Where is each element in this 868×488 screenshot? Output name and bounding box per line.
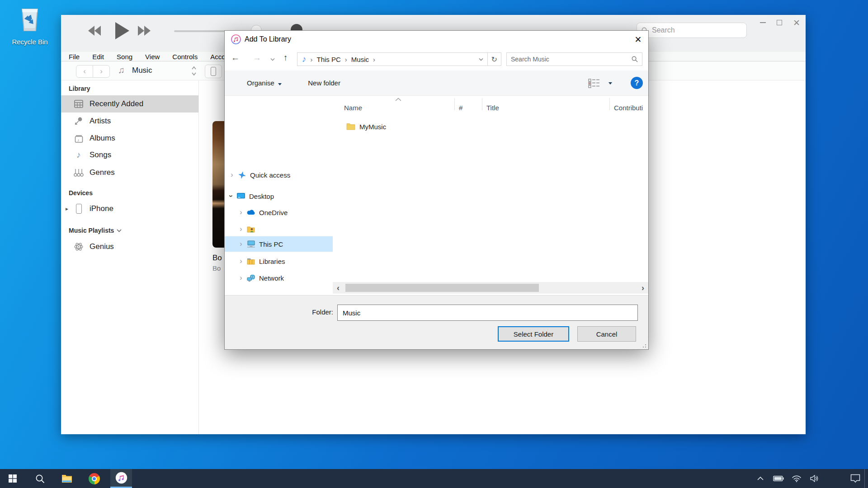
sidebar-item-songs[interactable]: ♪ Songs <box>61 146 198 164</box>
folder-name-input[interactable] <box>337 305 638 321</box>
this-pc-icon <box>246 240 255 248</box>
hidden-icons-chevron[interactable] <box>751 469 769 488</box>
nav-up-icon[interactable]: ↑ <box>283 53 288 63</box>
sidebar-item-artists[interactable]: Artists <box>61 113 198 130</box>
breadcrumb-music[interactable]: Music <box>351 56 369 63</box>
itunes-search-box[interactable] <box>637 23 747 38</box>
music-playlists-section-header[interactable]: Music Playlists <box>69 226 122 235</box>
file-explorer-icon <box>61 474 72 483</box>
minimize-button[interactable] <box>760 22 766 23</box>
address-dropdown-icon[interactable] <box>479 58 483 61</box>
menu-song[interactable]: Song <box>117 53 132 61</box>
tree-item-user-folder[interactable]: › <box>225 221 333 237</box>
file-row-mymusic[interactable]: MyMusic <box>333 119 648 134</box>
search-input[interactable] <box>652 26 733 34</box>
itunes-logo-icon <box>231 34 241 44</box>
dialog-titlebar[interactable]: Add To Library ✕ <box>225 31 648 48</box>
chevron-right-icon[interactable]: › <box>237 257 245 265</box>
svg-text:♪: ♪ <box>77 138 80 142</box>
wifi-icon[interactable] <box>788 469 806 488</box>
maximize-button[interactable] <box>777 20 782 25</box>
recycle-bin-shortcut[interactable]: Recycle Bin <box>6 5 53 46</box>
tree-item-libraries[interactable]: › Libraries <box>225 253 333 269</box>
breadcrumb-this-pc[interactable]: This PC <box>317 56 341 63</box>
tree-item-desktop[interactable]: › Desktop <box>225 188 333 204</box>
tree-item-this-pc[interactable]: › This PC <box>225 236 333 252</box>
dialog-close-button[interactable]: ✕ <box>628 31 648 48</box>
chevron-right-icon[interactable]: › <box>237 274 245 282</box>
help-button[interactable]: ? <box>631 77 643 89</box>
expander-icon[interactable]: ▸ <box>66 206 68 212</box>
horizontal-scrollbar[interactable]: ‹ › <box>333 282 648 294</box>
column-header-name[interactable]: Name <box>344 99 362 116</box>
onedrive-cloud-icon <box>246 210 255 215</box>
itunes-icon <box>115 472 127 484</box>
chevron-right-icon[interactable]: › <box>237 240 245 248</box>
library-section-header: Library <box>69 84 90 93</box>
scrollbar-thumb[interactable] <box>345 284 539 292</box>
dialog-search-box[interactable] <box>506 52 642 66</box>
battery-icon[interactable] <box>769 469 788 488</box>
start-button[interactable] <box>2 469 24 488</box>
tree-item-network[interactable]: › Network <box>225 270 333 286</box>
resize-grip[interactable] <box>641 342 646 347</box>
taskbar <box>0 469 868 488</box>
volume-icon[interactable] <box>806 469 824 488</box>
play-button[interactable] <box>114 22 130 40</box>
scroll-left-icon[interactable]: ‹ <box>333 283 344 293</box>
menu-view[interactable]: View <box>145 53 160 61</box>
dialog-toolbar: Organise New folder ? <box>225 70 648 96</box>
organise-button[interactable]: Organise <box>247 79 282 87</box>
breadcrumb[interactable]: ♪ › This PC › Music › ↻ <box>297 52 501 66</box>
show-desktop-button[interactable] <box>864 469 868 488</box>
chevron-right-icon[interactable]: › <box>237 225 245 233</box>
menu-file[interactable]: File <box>69 53 80 61</box>
nav-history-chevron-icon[interactable] <box>270 58 275 61</box>
forward-button[interactable]: › <box>93 65 110 78</box>
select-folder-button[interactable]: Select Folder <box>498 326 569 342</box>
chevron-down-icon[interactable]: › <box>227 192 235 200</box>
chevron-right-icon[interactable]: › <box>237 208 245 216</box>
taskbar-chrome[interactable] <box>83 469 105 488</box>
action-center-icon[interactable] <box>846 469 864 488</box>
tree-item-onedrive[interactable]: › OneDrive <box>225 205 333 220</box>
sidebar-item-genres[interactable]: Genres <box>61 164 198 181</box>
sidebar-item-genius[interactable]: Genius <box>61 238 198 255</box>
sidebar-item-albums[interactable]: ♪ Albums <box>61 130 198 147</box>
dialog-search-input[interactable] <box>511 56 632 63</box>
scroll-right-icon[interactable]: › <box>637 283 648 293</box>
back-button[interactable]: ‹ <box>76 65 93 78</box>
taskbar-itunes-active[interactable] <box>110 469 132 488</box>
section-chevron-icon <box>117 229 122 232</box>
chevron-right-icon[interactable]: › <box>228 171 236 179</box>
refresh-icon[interactable]: ↻ <box>488 55 501 64</box>
device-button[interactable] <box>205 65 222 78</box>
close-button[interactable]: ✕ <box>793 19 800 27</box>
grid-icon <box>73 100 84 108</box>
chrome-icon <box>89 473 100 484</box>
nav-back-icon[interactable]: ← <box>231 53 240 63</box>
details-view-icon[interactable] <box>588 79 600 88</box>
new-folder-button[interactable]: New folder <box>308 79 340 87</box>
menu-controls[interactable]: Controls <box>172 53 198 61</box>
taskbar-search-button[interactable] <box>29 469 51 488</box>
sidebar-item-recently-added[interactable]: Recently Added <box>61 95 198 113</box>
media-kind-selector[interactable]: Music <box>132 66 152 75</box>
column-header-title[interactable]: Title <box>486 99 499 116</box>
fast-forward-button[interactable] <box>137 25 166 37</box>
nav-forward-icon[interactable]: → <box>253 53 261 63</box>
volume-slider[interactable] <box>174 30 229 32</box>
rewind-button[interactable] <box>87 25 116 37</box>
cancel-button[interactable]: Cancel <box>577 326 636 342</box>
column-header-contributing[interactable]: Contributi <box>614 99 643 116</box>
system-tray <box>751 469 868 488</box>
menu-edit[interactable]: Edit <box>92 53 104 61</box>
windows-logo-icon <box>9 474 17 483</box>
sidebar-item-iphone[interactable]: ▸ iPhone <box>61 200 198 217</box>
tree-item-quick-access[interactable]: › Quick access <box>225 167 333 183</box>
taskbar-file-explorer[interactable] <box>56 469 78 488</box>
column-header-number[interactable]: # <box>459 99 462 116</box>
dialog-footer: Folder: Select Folder Cancel <box>225 295 648 349</box>
view-dropdown-caret-icon[interactable] <box>609 82 612 84</box>
folder-field-label: Folder: <box>225 308 333 316</box>
